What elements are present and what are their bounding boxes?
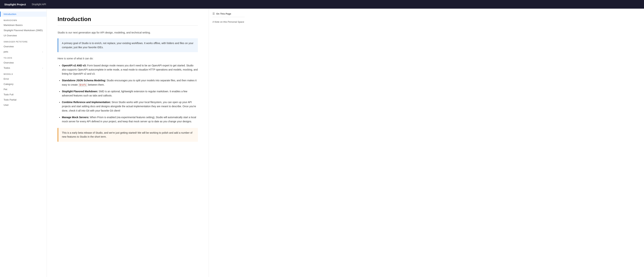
feature-bold: Manage Mock Servers: bbox=[62, 116, 89, 119]
sidebar-item-category[interactable]: Category bbox=[0, 82, 46, 87]
sidebar-section-swagger-petstore: SWAGGER PETSTORE bbox=[0, 38, 46, 44]
feature-bold: Combine Reference and Implementation: bbox=[62, 101, 111, 104]
sidebar-section-models: MODELS bbox=[0, 70, 46, 76]
sidebar-item-pets[interactable]: pets › bbox=[0, 49, 46, 54]
here-is-some-text: Here is some of what it can do: bbox=[58, 56, 198, 60]
sidebar-item-introduction[interactable]: Introduction bbox=[0, 12, 46, 17]
sidebar-item-pet[interactable]: Pet bbox=[0, 87, 46, 92]
main-content: Introduction Studio is our next generati… bbox=[47, 9, 209, 277]
title-divider bbox=[58, 25, 198, 26]
list-item: Manage Mock Servers: When Prism is enabl… bbox=[62, 115, 198, 124]
sidebar-item-todo-partial[interactable]: Todo Partial bbox=[0, 97, 46, 102]
feature-bold: OpenAPI v2 AND v3: bbox=[62, 64, 86, 67]
sidebar-item-todo-full[interactable]: Todo Full bbox=[0, 92, 46, 97]
topnav-api-link[interactable]: Stoplight API bbox=[32, 3, 46, 6]
sidebar-section-markdown: MARKDOWN bbox=[0, 17, 46, 22]
sidebar-item-todos-overview[interactable]: Overview bbox=[0, 60, 46, 65]
sidebar-item-todos[interactable]: Todos › bbox=[0, 65, 46, 70]
brand-title[interactable]: Stoplight Project bbox=[4, 3, 26, 6]
list-item: Stoplight Flavored Markdown: SMD is an o… bbox=[62, 90, 198, 98]
callout-blue: A primary goal of Studio is to enrich, n… bbox=[58, 38, 198, 52]
callout-orange: This is a early beta release of Studio, … bbox=[58, 128, 198, 142]
on-this-page-header: ☰ On This Page bbox=[212, 12, 245, 17]
sidebar-item-petstore-overview[interactable]: Overview bbox=[0, 44, 46, 49]
intro-paragraph: Studio is our next generation app for AP… bbox=[58, 30, 198, 35]
on-this-page-link-personal-space[interactable]: A Note on this Personal Space bbox=[212, 20, 245, 24]
page-title: Introduction bbox=[58, 16, 198, 22]
feature-bold: Stoplight Flavored Markdown: bbox=[62, 90, 98, 93]
sidebar-item-error[interactable]: Error bbox=[0, 76, 46, 82]
on-this-page-title: On This Page bbox=[216, 12, 231, 15]
feature-bold: Standalone JSON Schema Modeling: bbox=[62, 79, 106, 82]
feature-list: OpenAPI v2 AND v3: Form based design mod… bbox=[58, 64, 198, 124]
sidebar-item-markdown-basics[interactable]: Markdown Basics bbox=[0, 22, 46, 28]
chevron-right-icon: › bbox=[42, 67, 43, 69]
list-item: Combine Reference and Implementation: Si… bbox=[62, 100, 198, 112]
sidebar-item-smd[interactable]: Stoplight Flavored Markdown (SMD) bbox=[0, 28, 46, 33]
feature-text2: between them. bbox=[87, 83, 104, 86]
sidebar-section-todos: TO-DOS bbox=[0, 54, 46, 60]
list-item: OpenAPI v2 AND v3: Form based design mod… bbox=[62, 64, 198, 76]
right-panel: ☰ On This Page A Note on this Personal S… bbox=[209, 9, 248, 277]
topnav: Stoplight Project Stoplight API bbox=[0, 0, 644, 9]
sidebar: Introduction MARKDOWN Markdown Basics St… bbox=[0, 9, 47, 277]
list-item: Standalone JSON Schema Modeling: Studio … bbox=[62, 78, 198, 87]
inline-code-refs: $refs bbox=[78, 84, 88, 87]
chevron-right-icon: › bbox=[42, 51, 43, 53]
main-layout: Introduction MARKDOWN Markdown Basics St… bbox=[0, 9, 644, 277]
sidebar-item-ui-overview[interactable]: UI Overview bbox=[0, 33, 46, 38]
sidebar-item-user[interactable]: User bbox=[0, 102, 46, 108]
list-icon: ☰ bbox=[212, 12, 215, 15]
